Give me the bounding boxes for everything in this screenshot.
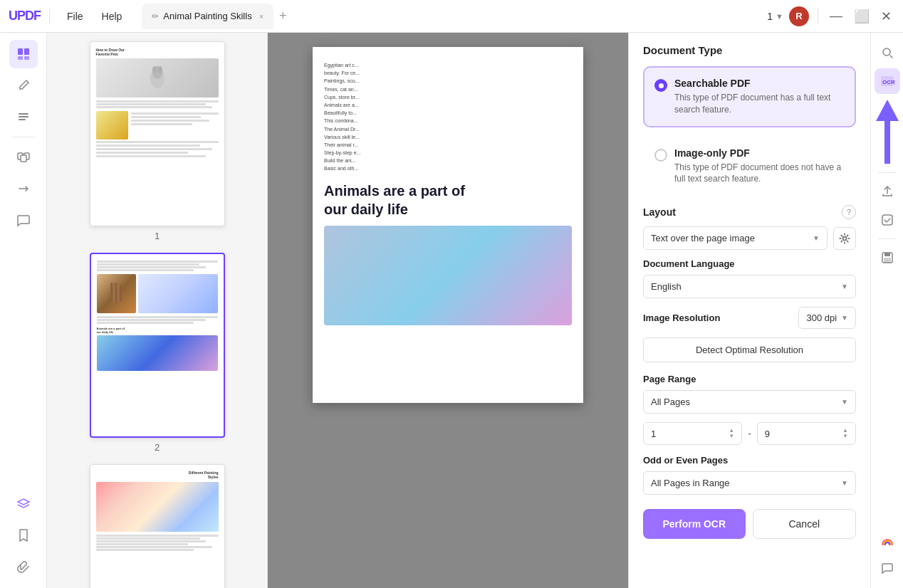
image-only-pdf-option[interactable]: Image-only PDF This type of PDF document… bbox=[643, 136, 856, 197]
svg-point-13 bbox=[158, 66, 162, 73]
sidebar-item-list[interactable] bbox=[9, 103, 38, 131]
page-range-arrow: ▼ bbox=[841, 398, 848, 406]
image-only-pdf-radio[interactable] bbox=[654, 149, 667, 162]
thumb-frame-3: Different PaintingStyles bbox=[90, 464, 225, 588]
maximize-button[interactable]: ⬜ bbox=[851, 6, 872, 27]
range-from-arrows[interactable]: ▲ ▼ bbox=[729, 428, 734, 439]
chat-icon[interactable] bbox=[875, 555, 900, 581]
export-icon[interactable] bbox=[875, 179, 900, 204]
upload-arrow bbox=[873, 100, 902, 164]
svg-rect-16 bbox=[110, 283, 113, 303]
searchable-pdf-text: Searchable PDF This type of PDF document… bbox=[674, 78, 845, 116]
language-dropdown[interactable]: English ▼ bbox=[643, 275, 856, 298]
sidebar-item-comment[interactable] bbox=[9, 206, 38, 234]
avatar[interactable]: R bbox=[789, 6, 809, 26]
range-from-input[interactable]: 1 ▲ ▼ bbox=[643, 422, 742, 445]
thumbnail-page-3[interactable]: Different PaintingStyles 3 bbox=[90, 464, 225, 588]
thumb-num-2: 2 bbox=[155, 442, 160, 453]
image-only-pdf-label: Image-only PDF bbox=[674, 147, 845, 159]
range-from-down[interactable]: ▼ bbox=[729, 434, 734, 439]
svg-point-12 bbox=[152, 66, 157, 73]
topbar-sep2 bbox=[818, 9, 818, 24]
svg-rect-6 bbox=[19, 119, 26, 120]
sidebar-sep1 bbox=[12, 137, 35, 137]
language-dropdown-value: English bbox=[651, 281, 682, 292]
close-button[interactable]: ✕ bbox=[878, 6, 894, 27]
svg-rect-15 bbox=[113, 283, 115, 303]
thumb-frame-1: How to Draw OurFavorite Pets bbox=[90, 41, 225, 226]
page-nav[interactable]: 1 ▼ bbox=[767, 11, 783, 22]
save-disk-icon[interactable] bbox=[875, 245, 900, 271]
svg-rect-14 bbox=[115, 283, 117, 303]
thumbnail-page-1[interactable]: How to Draw OurFavorite Pets bbox=[90, 41, 225, 241]
layout-gear-button[interactable] bbox=[833, 227, 856, 250]
thumb-content-3: Different PaintingStyles bbox=[90, 465, 224, 588]
page-range-dropdown[interactable]: All Pages ▼ bbox=[643, 390, 856, 414]
svg-rect-9 bbox=[21, 155, 26, 162]
searchable-pdf-option[interactable]: Searchable PDF This type of PDF document… bbox=[643, 66, 856, 127]
svg-marker-23 bbox=[876, 100, 899, 164]
odd-even-dropdown[interactable]: All Pages in Range ▼ bbox=[643, 471, 856, 495]
page-range-label: Page Range bbox=[643, 374, 856, 384]
minimize-button[interactable]: — bbox=[827, 6, 845, 26]
cancel-button[interactable]: Cancel bbox=[753, 509, 857, 539]
image-resolution-label: Image Resolution bbox=[643, 313, 793, 323]
sidebar-item-reader[interactable] bbox=[9, 40, 38, 68]
searchable-pdf-radio[interactable] bbox=[654, 79, 667, 92]
layout-dropdown[interactable]: Text over the page image ▼ bbox=[643, 226, 828, 250]
tab-add-button[interactable]: + bbox=[279, 9, 287, 23]
sidebar-item-attachments[interactable] bbox=[9, 552, 38, 581]
doc-big-text: Animals are a part of our daily life bbox=[324, 182, 572, 219]
sidebar-item-edit[interactable] bbox=[9, 71, 38, 100]
thumbnail-panel: How to Draw OurFavorite Pets bbox=[47, 33, 268, 588]
page-range-dropdown-row: All Pages ▼ bbox=[643, 390, 856, 414]
search-icon[interactable] bbox=[875, 40, 900, 65]
svg-rect-5 bbox=[19, 116, 28, 117]
layout-help-icon[interactable]: ? bbox=[842, 205, 856, 219]
layout-dropdown-value: Text over the page image bbox=[651, 233, 755, 243]
detect-optimal-resolution-button[interactable]: Detect Optimal Resolution bbox=[643, 337, 856, 362]
svg-rect-2 bbox=[18, 56, 23, 60]
perform-ocr-button[interactable]: Perform OCR bbox=[643, 509, 746, 539]
sidebar-bottom bbox=[9, 490, 38, 581]
rainbow-icon[interactable] bbox=[875, 530, 900, 555]
sidebar-item-pages[interactable] bbox=[9, 143, 38, 172]
document-page: − Egyptian art c... beauty. For ce... Pa… bbox=[313, 47, 583, 403]
range-inputs: 1 ▲ ▼ - 9 ▲ ▼ bbox=[643, 422, 856, 445]
thumbnail-page-2[interactable]: Animals are a part ofour daily life 2 bbox=[90, 253, 225, 453]
sidebar-item-layers[interactable] bbox=[9, 490, 38, 518]
document-area: − Egyptian art c... beauty. For ce... Pa… bbox=[268, 33, 628, 588]
tab-close-button[interactable]: × bbox=[259, 12, 263, 21]
topbar-nav: File Help bbox=[58, 8, 130, 25]
range-to-down[interactable]: ▼ bbox=[842, 434, 848, 439]
sidebar-item-convert[interactable] bbox=[9, 174, 38, 203]
sidebar-item-bookmark[interactable] bbox=[9, 521, 38, 550]
image-resolution-value: 300 dpi bbox=[806, 313, 837, 323]
svg-rect-18 bbox=[120, 284, 122, 301]
image-only-pdf-text: Image-only PDF This type of PDF document… bbox=[674, 147, 845, 186]
svg-rect-0 bbox=[18, 48, 23, 55]
page-number: 1 bbox=[767, 11, 773, 22]
image-resolution-dropdown[interactable]: 300 dpi ▼ bbox=[798, 307, 856, 329]
edge-sep1 bbox=[878, 172, 897, 173]
doc-page-content: Egyptian art c... beauty. For ce... Pain… bbox=[313, 47, 583, 403]
image-resolution-arrow: ▼ bbox=[841, 314, 848, 322]
check-icon[interactable] bbox=[875, 207, 900, 233]
file-menu[interactable]: File bbox=[58, 8, 92, 25]
odd-even-section: Odd or Even Pages All Pages in Range ▼ bbox=[643, 455, 856, 495]
layout-section: Layout ? Text over the page image ▼ bbox=[643, 205, 856, 539]
active-tab[interactable]: ✏ Animal Painting Skills × bbox=[142, 4, 273, 29]
odd-even-arrow: ▼ bbox=[841, 479, 848, 487]
help-menu[interactable]: Help bbox=[93, 8, 131, 25]
range-to-input[interactable]: 9 ▲ ▼ bbox=[757, 422, 856, 445]
ocr-icon[interactable]: OCR bbox=[875, 68, 900, 94]
document-type-title: Document Type bbox=[643, 44, 856, 56]
image-resolution-row: Image Resolution 300 dpi ▼ bbox=[643, 307, 856, 329]
language-dropdown-arrow: ▼ bbox=[841, 283, 848, 290]
doc-image bbox=[324, 226, 572, 325]
doc-language-label: Document Language bbox=[643, 258, 856, 269]
range-to-value: 9 bbox=[765, 429, 770, 439]
svg-rect-3 bbox=[24, 56, 29, 60]
range-to-arrows[interactable]: ▲ ▼ bbox=[842, 428, 848, 439]
svg-rect-24 bbox=[882, 215, 892, 225]
